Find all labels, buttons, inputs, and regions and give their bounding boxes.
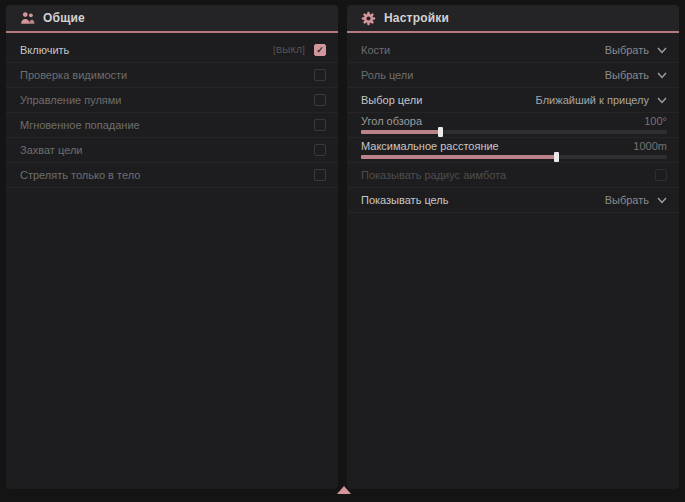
panel-settings: Настройки КостиВыбратьРоль целиВыбратьВы… <box>347 5 679 489</box>
setting-label: Проверка видимости <box>20 69 127 81</box>
panel-settings-header: Настройки <box>347 5 679 33</box>
checkbox[interactable] <box>314 119 326 131</box>
slider-value: 100° <box>644 115 667 127</box>
panel-settings-rows: КостиВыбратьРоль целиВыбратьВыбор целиБл… <box>347 33 679 489</box>
slider-row: Максимальное расстояние1000m <box>347 138 679 163</box>
setting-label: Максимальное расстояние <box>361 140 499 152</box>
checkbox[interactable] <box>314 94 326 106</box>
slider-label-row: Максимальное расстояние1000m <box>361 140 667 152</box>
slider-row: Угол обзора100° <box>347 113 679 138</box>
chevron-down-icon <box>657 47 667 54</box>
row-controls <box>314 119 326 131</box>
settings-row: Мгновенное попадание <box>6 113 338 138</box>
settings-row: Показывать радиус аимбота <box>347 163 679 188</box>
settings-row: Стрелять только в тело <box>6 163 338 188</box>
keybind-hint: [ВЫКЛ] <box>273 45 305 55</box>
checkbox[interactable] <box>655 169 667 181</box>
slider-handle[interactable] <box>438 127 443 137</box>
slider[interactable] <box>361 155 667 159</box>
settings-row: Захват цели <box>6 138 338 163</box>
row-controls <box>314 144 326 156</box>
setting-label: Включить <box>20 44 69 56</box>
dropdown-value: Выбрать <box>605 44 649 56</box>
checkbox[interactable]: ✓ <box>314 44 326 56</box>
checkbox[interactable] <box>314 69 326 81</box>
setting-label: Угол обзора <box>361 115 422 127</box>
row-controls <box>655 169 667 181</box>
settings-row: КостиВыбрать <box>347 38 679 63</box>
row-controls <box>314 94 326 106</box>
setting-label: Выбор цели <box>361 94 422 106</box>
slider-fill <box>361 130 441 134</box>
slider-value: 1000m <box>633 140 667 152</box>
row-controls: [ВЫКЛ]✓ <box>273 44 326 56</box>
menu-panels: Общие Включить[ВЫКЛ]✓Проверка видимостиУ… <box>0 0 685 489</box>
settings-row: Роль целиВыбрать <box>347 63 679 88</box>
settings-row: Показывать цельВыбрать <box>347 188 679 213</box>
chevron-down-icon <box>657 197 667 204</box>
setting-label: Показывать радиус аимбота <box>361 169 506 181</box>
settings-row: Управление пулями <box>6 88 338 113</box>
setting-label: Стрелять только в тело <box>20 169 140 181</box>
dropdown[interactable]: Ближайший к прицелу <box>536 94 667 106</box>
setting-label: Роль цели <box>361 69 413 81</box>
setting-label: Управление пулями <box>20 94 122 106</box>
people-icon <box>20 11 35 26</box>
dropdown-value: Выбрать <box>605 194 649 206</box>
checkbox[interactable] <box>314 169 326 181</box>
row-controls <box>314 169 326 181</box>
dropdown[interactable]: Выбрать <box>605 44 667 56</box>
up-arrow-icon[interactable] <box>337 486 351 494</box>
gear-icon <box>361 11 376 26</box>
chevron-down-icon <box>657 72 667 79</box>
dropdown-value: Выбрать <box>605 69 649 81</box>
panel-title: Настройки <box>384 11 449 25</box>
slider-label-row: Угол обзора100° <box>361 115 667 127</box>
row-controls: Ближайший к прицелу <box>536 94 667 106</box>
dropdown[interactable]: Выбрать <box>605 194 667 206</box>
setting-label: Показывать цель <box>361 194 449 206</box>
chevron-down-icon <box>657 97 667 104</box>
slider[interactable] <box>361 130 667 134</box>
slider-fill <box>361 155 557 159</box>
slider-handle[interactable] <box>554 152 559 162</box>
row-controls: Выбрать <box>605 69 667 81</box>
setting-label: Мгновенное попадание <box>20 119 140 131</box>
row-controls <box>314 69 326 81</box>
settings-row: Выбор целиБлижайший к прицелу <box>347 88 679 113</box>
panel-title: Общие <box>43 11 85 25</box>
row-controls: Выбрать <box>605 194 667 206</box>
settings-row: Проверка видимости <box>6 63 338 88</box>
row-controls: Выбрать <box>605 44 667 56</box>
panel-general-header: Общие <box>6 5 338 33</box>
checkbox[interactable] <box>314 144 326 156</box>
panel-general-rows: Включить[ВЫКЛ]✓Проверка видимостиУправле… <box>6 33 338 489</box>
dropdown[interactable]: Выбрать <box>605 69 667 81</box>
settings-row: Включить[ВЫКЛ]✓ <box>6 38 338 63</box>
panel-general: Общие Включить[ВЫКЛ]✓Проверка видимостиУ… <box>6 5 338 489</box>
setting-label: Кости <box>361 44 390 56</box>
setting-label: Захват цели <box>20 144 82 156</box>
dropdown-value: Ближайший к прицелу <box>536 94 649 106</box>
